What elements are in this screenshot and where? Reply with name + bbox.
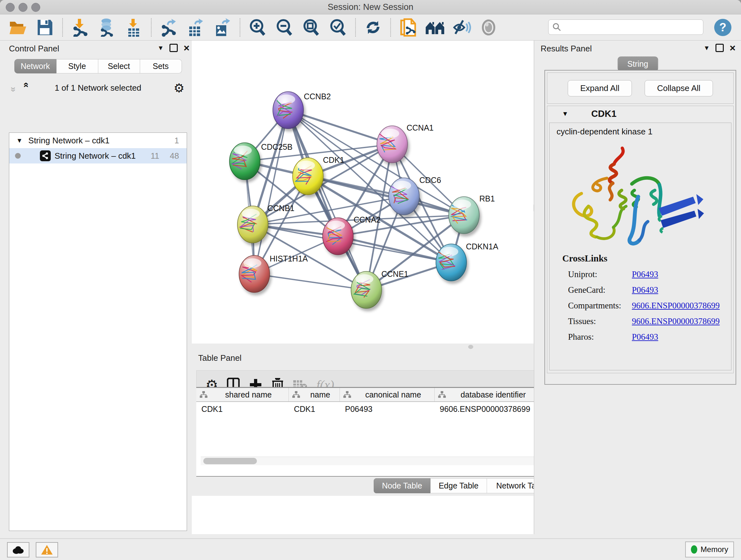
crosslink-link[interactable]: P06493: [632, 269, 658, 279]
horizontal-splitter[interactable]: [192, 344, 534, 350]
column-header-label: shared name: [211, 390, 288, 399]
refresh-view-button[interactable]: [363, 17, 383, 37]
column-header-canonical-name[interactable]: canonical name: [340, 388, 434, 401]
tab-edge-table[interactable]: Edge Table: [430, 478, 487, 493]
column-header-name[interactable]: name: [289, 388, 340, 401]
network-node-cdkn1a[interactable]: CDKN1A: [436, 242, 498, 281]
network-status-row: » » 1 of 1 Network selected ⚙: [4, 80, 192, 95]
export-image-icon: [213, 18, 231, 37]
tab-sets[interactable]: Sets: [140, 59, 182, 73]
float-panel-icon[interactable]: [716, 44, 724, 52]
crosslinks-section: CrossLinks Uniprot:P06493GeneCard:P06493…: [562, 253, 720, 342]
scrollbar-thumb[interactable]: [203, 458, 257, 464]
crosslinks-title: CrossLinks: [562, 253, 720, 264]
crosslink-link[interactable]: 9606.ENSP00000378699: [632, 316, 720, 326]
crosslink-link[interactable]: P06493: [632, 332, 658, 342]
save-session-button[interactable]: [35, 17, 55, 37]
toolbar-separator: [390, 18, 391, 37]
float-panel-icon[interactable]: [170, 44, 178, 52]
hide-selected-button[interactable]: [452, 17, 472, 37]
network-options-gear-icon[interactable]: ⚙: [174, 81, 185, 95]
title-bar: Session: New Session: [0, 0, 741, 14]
search-input[interactable]: [548, 19, 703, 35]
export-image-button[interactable]: [212, 17, 232, 37]
gene-section-header[interactable]: ▼ CDK1: [547, 106, 733, 121]
export-network-button[interactable]: [159, 17, 179, 37]
network-tree: ▼ String Network – cdk1 1 String Network…: [9, 132, 187, 531]
tab-string[interactable]: String: [617, 57, 658, 71]
tab-select[interactable]: Select: [98, 59, 140, 73]
column-type-icon: [438, 391, 446, 398]
status-bar: Memory: [0, 538, 741, 560]
toolbar-separator: [240, 18, 240, 37]
cloud-status-button[interactable]: [7, 542, 29, 557]
network-edge[interactable]: [254, 274, 366, 290]
share-document-icon: [400, 18, 416, 37]
node-label: RB1: [479, 194, 495, 203]
collapse-panel-icon[interactable]: ▼: [158, 44, 164, 52]
network-node-cdk1[interactable]: CDK1: [293, 155, 344, 195]
open-session-button[interactable]: [8, 17, 28, 37]
help-button[interactable]: ?: [714, 19, 731, 36]
return-home-button[interactable]: [425, 17, 445, 37]
import-database-icon: [98, 18, 116, 37]
crosslink-label: Compartments:: [568, 301, 632, 311]
table-cell[interactable]: CDK1: [196, 405, 289, 414]
show-sphere-button[interactable]: [479, 17, 498, 37]
crosslink-link[interactable]: 9606.ENSP00000378699: [632, 301, 720, 311]
results-panel-header: Results Panel ▼ ×: [534, 41, 741, 57]
warnings-button[interactable]: [36, 542, 58, 557]
memory-button[interactable]: Memory: [685, 542, 734, 557]
column-type-icon: [199, 391, 208, 398]
import-network-database-button[interactable]: [97, 17, 117, 37]
gray-eye-icon: [481, 18, 496, 37]
close-panel-icon[interactable]: ×: [184, 45, 190, 51]
gene-section: ▼ CDK1 cyclin-dependent kinase 1: [547, 106, 734, 373]
network-node-cdc6[interactable]: CDC6: [389, 176, 441, 215]
import-table-icon: [126, 18, 142, 37]
horizontal-splitter-handle[interactable]: [468, 345, 473, 349]
column-header-database-identifier[interactable]: database identifier: [434, 388, 540, 401]
import-table-file-button[interactable]: [124, 17, 144, 37]
export-table-button[interactable]: [186, 17, 205, 37]
network-edge[interactable]: [288, 110, 392, 144]
crosslink-row: Tissues:9606.ENSP00000378699: [562, 316, 720, 326]
network-node-ccna2[interactable]: CCNA2: [323, 215, 381, 255]
collapse-all-button[interactable]: Collapse All: [645, 80, 713, 97]
eye-slash-icon: [452, 19, 471, 36]
zoom-selected-button[interactable]: [328, 17, 348, 37]
network-node-hist1h1a[interactable]: HIST1H1A: [239, 254, 308, 293]
tab-network[interactable]: Network: [14, 59, 57, 73]
gene-description: cyclin-dependent kinase 1: [556, 127, 731, 137]
node-label: CDKN1A: [466, 242, 498, 251]
table-cell[interactable]: P06493: [340, 405, 434, 414]
network-edge[interactable]: [338, 236, 451, 262]
refresh-icon: [364, 18, 382, 37]
zoom-in-button[interactable]: [248, 17, 267, 37]
tree-expand-caret-icon[interactable]: ▼: [16, 137, 23, 144]
network-row[interactable]: String Network – cdk1 11 48: [9, 148, 187, 164]
network-collection-row[interactable]: ▼ String Network – cdk1 1: [9, 133, 187, 148]
expand-all-button[interactable]: Expand All: [568, 80, 632, 97]
table-cell[interactable]: CDK1: [289, 405, 340, 414]
zoom-fit-button[interactable]: [301, 17, 321, 37]
network-canvas[interactable]: CCNB2CCNA1CDC25BCDK1CDC6RB1CCNB1CCNA2CDK…: [202, 41, 531, 367]
network-node-rb1[interactable]: RB1: [449, 194, 495, 234]
import-network-file-button[interactable]: [70, 17, 90, 37]
node-label: CDK1: [323, 155, 344, 165]
tab-style[interactable]: Style: [57, 59, 98, 73]
table-cell[interactable]: 9606.ENSP00000378699: [434, 405, 540, 414]
expand-collapse-box: Expand All Collapse All: [547, 72, 734, 104]
tab-node-table[interactable]: Node Table: [374, 478, 430, 493]
column-header-shared-name[interactable]: shared name: [196, 388, 289, 401]
close-panel-icon[interactable]: ×: [730, 45, 736, 51]
control-panel: Control Panel ▼ × Network Style Select S…: [4, 41, 192, 534]
share-document-button[interactable]: [398, 17, 418, 37]
network-node-ccne1[interactable]: CCNE1: [351, 269, 408, 308]
collapse-panel-icon[interactable]: ▼: [704, 44, 710, 52]
zoom-out-button[interactable]: [274, 17, 294, 37]
gene-expand-caret-icon[interactable]: ▼: [562, 110, 568, 118]
crosslink-link[interactable]: P06493: [632, 285, 658, 295]
zoom-in-icon: [249, 18, 266, 37]
node-label: CCNA1: [407, 123, 434, 132]
